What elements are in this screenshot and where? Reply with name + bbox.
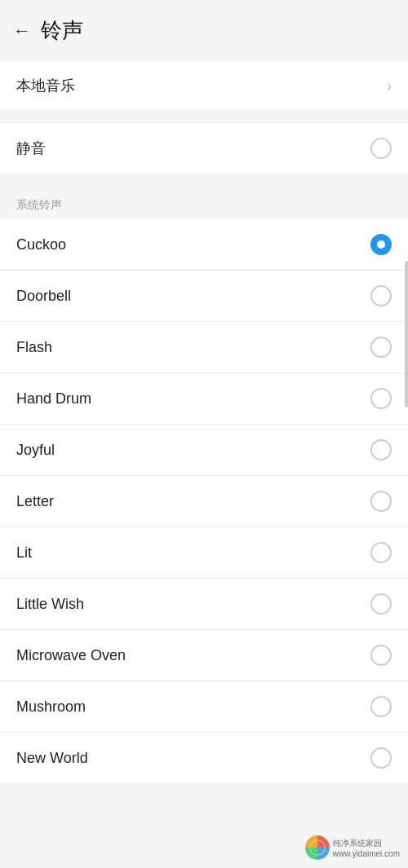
ringtone-radio[interactable] — [370, 491, 392, 512]
chevron-right-icon: › — [387, 77, 392, 95]
list-item[interactable]: New World — [0, 733, 408, 783]
list-item[interactable]: Flash — [0, 322, 408, 373]
ringtone-label: Joyful — [16, 442, 55, 459]
list-item[interactable]: Joyful — [0, 425, 408, 476]
local-music-item[interactable]: 本地音乐 › — [0, 61, 408, 110]
ringtone-radio[interactable] — [370, 388, 392, 409]
watermark-text: 纯净系统家园 www.yidaimei.com — [333, 838, 400, 858]
list-item[interactable]: Doorbell — [0, 271, 408, 322]
watermark-logo-icon — [305, 835, 330, 860]
ringtones-section: Cuckoo Doorbell Flash Hand Drum Joyful L… — [0, 219, 408, 783]
ringtone-radio[interactable] — [370, 645, 392, 666]
list-item[interactable]: Mushroom — [0, 681, 408, 733]
ringtone-label: Doorbell — [16, 288, 71, 305]
ringtone-radio[interactable] — [370, 439, 392, 460]
list-item[interactable]: Letter — [0, 476, 408, 527]
ringtone-label: Lit — [16, 544, 32, 562]
ringtone-label: Microwave Oven — [16, 647, 126, 664]
silent-radio[interactable] — [370, 138, 392, 159]
watermark: 纯净系统家园 www.yidaimei.com — [305, 835, 400, 860]
silent-section: 静音 — [0, 123, 408, 174]
page-header: ← 铃声 — [0, 0, 408, 61]
ringtone-radio[interactable] — [370, 285, 392, 306]
list-item[interactable]: Cuckoo — [0, 219, 408, 271]
local-music-section: 本地音乐 › — [0, 61, 408, 110]
local-music-label: 本地音乐 — [16, 76, 75, 95]
silent-item[interactable]: 静音 — [0, 123, 408, 174]
ringtone-label: Hand Drum — [16, 390, 91, 408]
scroll-indicator[interactable] — [405, 261, 408, 408]
ringtone-radio[interactable] — [370, 593, 392, 615]
ringtone-label: Mushroom — [16, 698, 86, 716]
list-item[interactable]: Lit — [0, 527, 408, 579]
ringtone-radio[interactable] — [370, 542, 392, 563]
radio-inner-dot — [377, 240, 385, 249]
ringtone-label: Flash — [16, 339, 52, 356]
silent-label: 静音 — [16, 139, 46, 158]
page-title: 铃声 — [41, 16, 83, 45]
ringtone-radio[interactable] — [370, 234, 392, 255]
list-item[interactable]: Hand Drum — [0, 373, 408, 425]
back-button[interactable]: ← — [13, 20, 31, 42]
list-item[interactable]: Little Wish — [0, 579, 408, 630]
ringtone-label: Letter — [16, 493, 54, 510]
system-ringtones-label: 系统铃声 — [0, 187, 408, 219]
ringtone-radio[interactable] — [370, 337, 392, 358]
ringtone-radio[interactable] — [370, 747, 392, 769]
list-item[interactable]: Microwave Oven — [0, 630, 408, 681]
ringtone-label: Cuckoo — [16, 236, 66, 253]
ringtone-label: New World — [16, 750, 88, 767]
ringtone-label: Little Wish — [16, 596, 84, 613]
ringtone-radio[interactable] — [370, 696, 392, 717]
